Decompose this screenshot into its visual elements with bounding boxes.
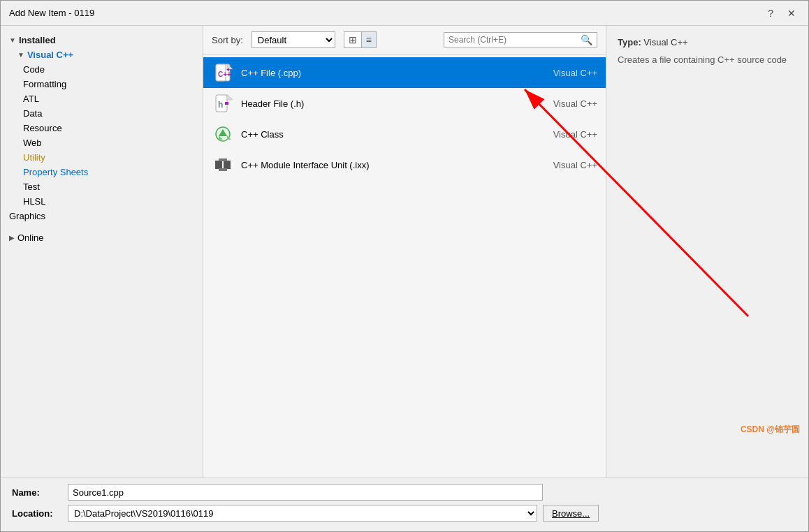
online-label: Online — [17, 232, 44, 243]
sidebar-item-web[interactable]: Web — [1, 135, 203, 150]
expand-icon: ▼ — [9, 36, 16, 44]
svg-text:✦: ✦ — [226, 66, 231, 73]
sidebar-item-data[interactable]: Data — [1, 106, 203, 121]
sort-label: Sort by: — [212, 35, 243, 45]
svg-rect-16 — [224, 161, 231, 169]
sidebar-item-hlsl[interactable]: HLSL — [1, 194, 203, 209]
header-file-name: Header File (.h) — [241, 98, 527, 109]
search-input[interactable] — [449, 35, 578, 45]
cpp-file-type: Visual C++ — [527, 68, 597, 78]
cpp-class-name: C++ Class — [241, 129, 527, 140]
hlsl-label: HLSL — [23, 196, 46, 207]
sidebar-installed[interactable]: ▼ Installed — [1, 33, 203, 47]
type-label: Type: — [618, 37, 643, 47]
module-unit-type: Visual C++ — [527, 160, 597, 170]
info-description: Creates a file containing C++ source cod… — [618, 53, 797, 67]
grid-view-button[interactable]: ⊞ — [344, 32, 362, 47]
test-label: Test — [23, 182, 40, 192]
cpp-file-name: C++ File (.cpp) — [241, 68, 527, 78]
code-label: Code — [23, 64, 45, 75]
utility-label: Utility — [23, 152, 45, 163]
property-sheets-label: Property Sheets — [23, 167, 88, 177]
online-expand-icon: ▶ — [9, 234, 15, 242]
header-file-type: Visual C++ — [527, 98, 597, 109]
close-button[interactable]: ✕ — [783, 6, 800, 20]
dialog-title: Add New Item - 0119 — [9, 8, 94, 18]
sidebar-visual-cpp[interactable]: ▼ Visual C++ — [1, 47, 203, 62]
module-unit-icon — [212, 154, 234, 176]
browse-button[interactable]: Browse... — [543, 505, 599, 522]
formatting-label: Formatting — [23, 79, 66, 89]
sidebar-item-code[interactable]: Code — [1, 62, 203, 77]
web-label: Web — [23, 138, 42, 148]
info-type: Type: Visual C++ — [618, 37, 797, 47]
installed-label: Installed — [19, 35, 56, 45]
sidebar-item-online[interactable]: ▶ Online — [1, 230, 203, 245]
svg-rect-18 — [219, 168, 227, 171]
svg-text:h: h — [218, 100, 223, 110]
resource-label: Resource — [23, 123, 62, 133]
atl-label: ATL — [23, 94, 39, 104]
item-module-unit[interactable]: C++ Module Interface Unit (.ixx) Visual … — [203, 149, 606, 180]
help-button[interactable]: ? — [764, 6, 778, 20]
item-cpp-class[interactable]: C++ Class Visual C++ — [203, 119, 606, 149]
sidebar-item-graphics[interactable]: Graphics — [1, 209, 203, 223]
visual-cpp-label: Visual C++ — [27, 50, 73, 60]
info-panel: Type: Visual C++ Creates a file containi… — [606, 26, 808, 478]
location-label: Location: — [12, 508, 68, 519]
header-file-icon: h — [212, 92, 234, 114]
location-select[interactable]: D:\DataProject\VS2019\0116\0119 — [68, 505, 537, 522]
search-bar: 🔍 — [444, 32, 597, 47]
item-header-file[interactable]: h Header File (.h) Visual C++ — [203, 88, 606, 119]
items-list: C++ ✦ C++ File (.cpp) Visual C++ — [203, 54, 606, 478]
sidebar: ▼ Installed ▼ Visual C++ Code Formatting… — [1, 26, 203, 478]
name-input[interactable] — [68, 484, 543, 501]
data-label: Data — [23, 108, 42, 119]
cpp-file-icon: C++ ✦ — [212, 61, 234, 84]
sidebar-item-formatting[interactable]: Formatting — [1, 77, 203, 91]
search-icon: 🔍 — [581, 34, 592, 45]
graphics-label: Graphics — [9, 211, 45, 221]
sidebar-item-property-sheets[interactable]: Property Sheets — [1, 165, 203, 179]
list-view-button[interactable]: ≡ — [362, 32, 376, 47]
sidebar-item-utility[interactable]: Utility — [1, 150, 203, 165]
cpp-class-type: Visual C++ — [527, 129, 597, 140]
svg-rect-15 — [215, 161, 222, 169]
item-cpp-file[interactable]: C++ ✦ C++ File (.cpp) Visual C++ — [203, 57, 606, 88]
bottom-bar: Name: Location: D:\DataProject\VS2019\01… — [1, 478, 808, 531]
sort-select[interactable]: Default Name Type — [252, 31, 335, 48]
name-label: Name: — [12, 487, 68, 498]
sidebar-item-atl[interactable]: ATL — [1, 91, 203, 106]
type-value: Visual C++ — [643, 37, 687, 47]
svg-rect-17 — [219, 158, 227, 161]
cpp-class-icon — [212, 123, 234, 145]
module-unit-name: C++ Module Interface Unit (.ixx) — [241, 160, 527, 170]
sidebar-item-resource[interactable]: Resource — [1, 121, 203, 135]
watermark: CSDN @锦芋圆 — [741, 424, 800, 436]
svg-marker-8 — [227, 94, 233, 100]
expand-icon-cpp: ▼ — [17, 51, 24, 59]
view-buttons: ⊞ ≡ — [344, 31, 377, 48]
sidebar-item-test[interactable]: Test — [1, 179, 203, 194]
svg-rect-10 — [225, 102, 228, 105]
